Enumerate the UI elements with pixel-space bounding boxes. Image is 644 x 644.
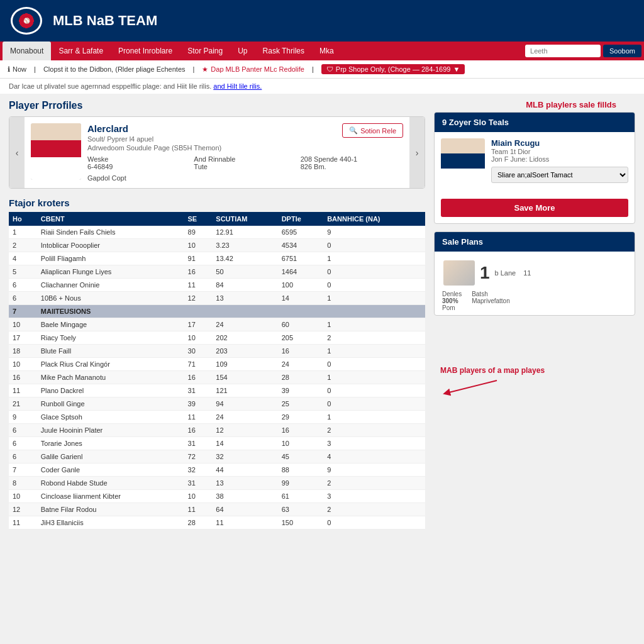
table-row[interactable]: 9 Glace Sptsoh 11 24 29 1 (9, 411, 425, 424)
table-row[interactable]: 21 Runboll Ginge 39 94 25 0 (9, 397, 425, 411)
next-player-button[interactable]: › (409, 117, 425, 188)
player-profiles-title: Player Prrofiles (9, 100, 425, 111)
table-row[interactable]: 10 Cincloase liianment Kibter 10 38 61 3 (9, 490, 425, 503)
col-dpti: DPTIe (278, 212, 324, 226)
cell-scut: 38 (212, 490, 277, 503)
cell-ban: 0 (323, 384, 425, 397)
breadcrumb-prp[interactable]: 🛡 Prp Shope Only, (Choge — 284-1699 ▼ (321, 64, 465, 74)
sidebar-player-name: Miain Rcugu (491, 138, 628, 148)
table-row[interactable]: 11 JiH3 Ellaniciis 28 11 150 0 (9, 516, 425, 530)
cell-scut: 11 (212, 516, 277, 530)
cell-dpti: 39 (278, 384, 324, 397)
right-column: MLB playlers sale fillds 9 Zoyer Slo Tea… (434, 100, 635, 530)
prev-player-button[interactable]: ‹ (9, 117, 25, 188)
info-icon: ℹ (8, 65, 10, 74)
stat-bm-val: 826 Bm. (301, 163, 403, 170)
breadcrumb-clopst[interactable]: Clopst it to the Didbon, (Rlder pliage E… (43, 65, 186, 73)
cell-ban: 1 (323, 371, 425, 384)
cell-dpti: 6751 (278, 252, 324, 265)
cell-cbent: Cincloase liianment Kibter (37, 490, 184, 503)
table-row[interactable]: 2 Intoblicar Poooplier 10 3.23 4534 0 (9, 239, 425, 252)
bottom-arrow-svg (440, 377, 503, 396)
nav-item-up[interactable]: Up (230, 42, 255, 60)
cell-cbent: Juule Hooinin Plater (37, 424, 184, 437)
shield-icon: 🛡 (326, 65, 333, 73)
save-more-button[interactable]: Save More (441, 199, 628, 217)
cell-se: 17 (184, 318, 213, 331)
cell-dpti: 24 (278, 358, 324, 371)
breadcrumb-dap[interactable]: ★ Dap MLB Panter MLc Redolife (202, 65, 304, 74)
table-row[interactable]: 5 Aliaplican Flunge Liyes 16 50 1464 0 (9, 265, 425, 279)
cell-ho: 4 (9, 252, 37, 265)
stat-and-val: Tute (194, 163, 296, 170)
sale-plans-content: 1 b Lane 11 (438, 255, 631, 291)
cell-dpti: 25 (278, 397, 324, 411)
table-row[interactable]: 6 10B6 + Nous 12 13 14 1 (9, 292, 425, 305)
table-row[interactable]: 12 Batne Filar Rodou 11 64 63 2 (9, 503, 425, 516)
breadcrumb-sep2: | (193, 65, 195, 73)
intro-link[interactable]: and HiIt lile rilis. (213, 82, 262, 90)
sale-plan-col1-sub: Pom (442, 304, 462, 311)
table-row[interactable]: 6 Galile Garienl 72 32 45 4 (9, 450, 425, 464)
cell-ban: 4 (323, 450, 425, 464)
table-row[interactable]: 16 Mike Pach Mananotu 16 154 28 1 (9, 371, 425, 384)
player-profile-card: ‹ Alerclard Soult/ Pyprer l4 apuel Adrwe… (9, 116, 425, 189)
table-row[interactable]: 10 Plack Rius Cral Kingór 71 109 24 0 (9, 358, 425, 371)
col-se: SE (184, 212, 213, 226)
sidebar-player-team: Team 1t Dior (491, 148, 628, 155)
player-stats-grid: Weske 6-46849 And Rinnable Tute 208 Spen… (87, 155, 403, 182)
table-row[interactable]: 1 Riaii Sinden Fails Chiels 89 12.91 659… (9, 226, 425, 239)
table-row[interactable]: 7 Coder Ganle 32 44 88 9 (9, 464, 425, 477)
cell-cbent: Riacy Toely (37, 331, 184, 345)
team-select[interactable]: Sliare an;alSoert Tamact (491, 167, 628, 183)
cell-ho: 5 (9, 265, 37, 279)
nav-item-pronet[interactable]: Pronet Inroblare (111, 42, 180, 60)
table-row[interactable]: 6 Juule Hooinin Plater 16 12 16 2 (9, 424, 425, 437)
cell-cbent: Runboll Ginge (37, 397, 184, 411)
page-title: MLB NaB TEAM (53, 13, 157, 29)
table-row[interactable]: 8 Robond Habde Stude 31 13 99 2 (9, 477, 425, 490)
action-button[interactable]: 🔍 Sotion Rele (342, 123, 403, 138)
cell-ban: 2 (323, 331, 425, 345)
cell-cbent: Coder Ganle (37, 464, 184, 477)
cell-se: 28 (184, 516, 213, 530)
bottom-arrow (440, 377, 635, 396)
cell-dpti: 100 (278, 279, 324, 292)
cell-cbent: Plack Rius Cral Kingór (37, 358, 184, 371)
action-button-label: Sotion Rele (360, 127, 396, 135)
sidebar-player-card-header: 9 Zoyer Slo Teals (435, 113, 635, 132)
sidebar-player-card-body: Miain Rcugu Team 1t Dior Jon F June: Lid… (435, 132, 635, 223)
cell-cbent: Glace Sptsoh (37, 411, 184, 424)
cell-se: 12 (184, 292, 213, 305)
nav-item-rask[interactable]: Rask Thriles (255, 42, 312, 60)
table-row[interactable]: 10 Baele Mingage 17 24 60 1 (9, 318, 425, 331)
nav-item-sarr[interactable]: Sarr & Lafate (51, 42, 111, 60)
cell-ban: 3 (323, 490, 425, 503)
intro-section: Dar lcae ut plivatel sue agernnad esppel… (0, 79, 644, 94)
card-content: Alerclard Soult/ Pyprer l4 apuel Adrwedo… (25, 117, 409, 188)
table-row[interactable]: 6 Torarie Jones 31 14 10 3 (9, 437, 425, 450)
page-wrapper: ⚾ MLB NaB TEAM Monabout Sarr & Lafate Pr… (0, 0, 644, 536)
nav-item-mka[interactable]: Mka (312, 42, 341, 60)
table-row[interactable]: 11 Plano Dackrel 31 121 39 0 (9, 384, 425, 397)
cell-cbent: 10B6 + Nous (37, 292, 184, 305)
table-row[interactable]: 6 Cliachanner Oninie 11 84 100 0 (9, 279, 425, 292)
nav-item-stor[interactable]: Stor Paing (180, 42, 230, 60)
cell-scut: 12 (212, 424, 277, 437)
cell-scut: 203 (212, 345, 277, 358)
table-row[interactable]: 4 Polill Fliagamh 91 13.42 6751 1 (9, 252, 425, 265)
table-row[interactable]: 17 Riacy Toely 10 202 205 2 (9, 331, 425, 345)
cell-dpti: 1464 (278, 265, 324, 279)
nav-item-monabout[interactable]: Monabout (3, 42, 51, 60)
sale-plan-image (443, 260, 475, 286)
roster-title: Ftajor kroters (9, 197, 425, 208)
cell-dpti: 29 (278, 411, 324, 424)
search-input[interactable] (525, 45, 601, 57)
cell-ho: 7 (9, 464, 37, 477)
cell-scut: 13 (212, 292, 277, 305)
sale-plan-number: 1 (480, 263, 490, 283)
table-row[interactable]: 18 Blute Faill 30 203 16 1 (9, 345, 425, 358)
search-button[interactable]: Soobom (603, 45, 641, 57)
intro-text: Dar lcae ut plivatel sue agernnad esppel… (9, 82, 211, 90)
breadcrumb-now[interactable]: ℹ Now (8, 65, 26, 74)
